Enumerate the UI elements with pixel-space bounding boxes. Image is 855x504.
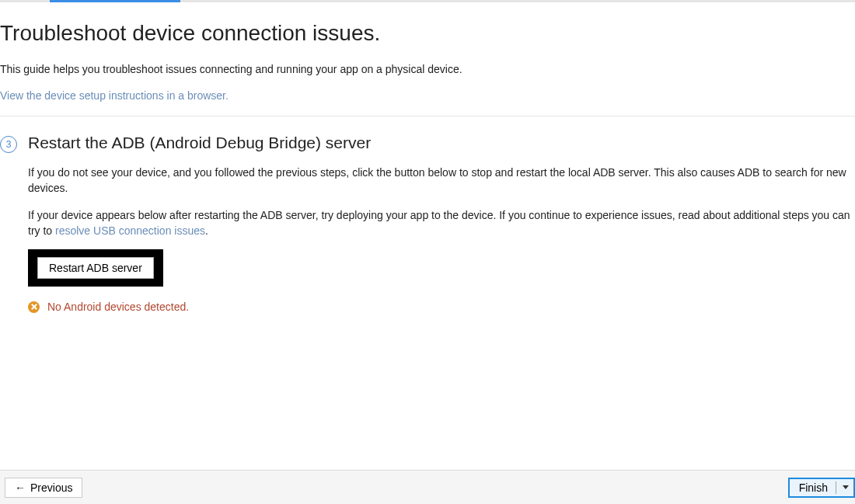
separator [0,116,855,116]
device-status-text: No Android devices detected. [47,301,189,313]
arrow-left-icon [15,481,26,494]
page-title: Troubleshoot device connection issues. [0,21,855,46]
chevron-down-icon [843,485,849,489]
resolve-usb-issues-link[interactable]: resolve USB connection issues [55,224,205,237]
step-para2-suffix: . [205,224,208,237]
restart-adb-button[interactable]: Restart ADB server [37,257,154,279]
device-status-row: No Android devices detected. [28,301,855,313]
previous-button[interactable]: Previous [5,478,82,498]
intro-text: This guide helps you troubleshoot issues… [0,63,855,75]
button-divider [836,481,836,494]
progress-segment [50,0,180,2]
step-3: 3 Restart the ADB (Android Debug Bridge)… [0,134,855,313]
setup-instructions-link[interactable]: View the device setup instructions in a … [0,89,229,102]
step-paragraph-2: If your device appears below after resta… [28,207,855,239]
restart-button-highlight: Restart ADB server [28,249,163,287]
step-number-badge: 3 [0,136,17,153]
previous-label: Previous [30,481,72,494]
finish-button[interactable]: Finish [788,478,855,498]
top-progress-bar [0,0,855,2]
step-title: Restart the ADB (Android Debug Bridge) s… [28,134,855,152]
error-icon [28,301,40,313]
main-content: Troubleshoot device connection issues. T… [0,2,855,313]
finish-label: Finish [799,481,828,494]
step-paragraph-1: If you do not see your device, and you f… [28,165,855,196]
footer-bar: Previous Finish [0,470,855,504]
